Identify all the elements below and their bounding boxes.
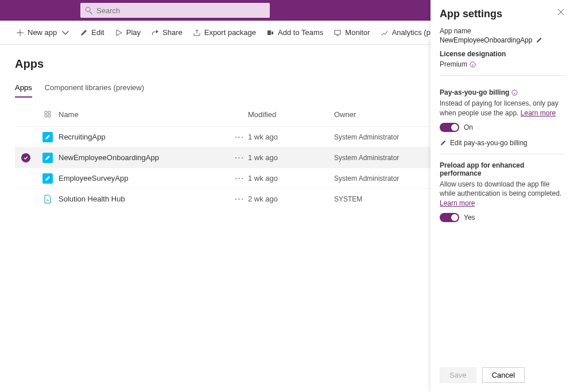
preload-toggle[interactable] [440, 213, 459, 222]
view-icon[interactable] [44, 110, 52, 118]
export-icon [193, 29, 201, 37]
edit-payg-button[interactable]: Edit pay-as-you-go billing [440, 139, 565, 147]
preload-title: Preload app for enhanced performance [440, 161, 565, 177]
tab-apps[interactable]: Apps [15, 83, 32, 98]
search-icon [85, 6, 93, 14]
add-to-teams-button[interactable]: Add to Teams [266, 28, 323, 37]
preload-desc: Allow users to download the app file whi… [440, 180, 565, 208]
col-owner[interactable]: Owner [334, 110, 432, 119]
export-package-button[interactable]: Export package [193, 28, 256, 37]
edit-button[interactable]: Edit [80, 28, 104, 37]
modified-cell: 1 wk ago [248, 174, 334, 183]
pencil-icon [80, 29, 88, 37]
app-name-cell: EmployeeSurveyApp [59, 174, 231, 183]
canvas-app-icon [42, 173, 53, 184]
share-button[interactable]: Share [151, 28, 183, 37]
plus-icon [16, 29, 24, 37]
analytics-icon [381, 29, 389, 37]
app-name-cell: Solution Health Hub [59, 195, 231, 203]
canvas-app-icon [42, 132, 53, 142]
payg-title: Pay-as-you-go billing [440, 88, 518, 96]
info-icon[interactable] [470, 61, 476, 68]
preload-toggle-label: Yes [464, 214, 475, 222]
owner-cell: System Administrator [334, 154, 432, 162]
payg-toggle[interactable] [440, 123, 459, 132]
save-button: Save [440, 367, 476, 383]
tab-component-libraries[interactable]: Component libraries (preview) [45, 83, 144, 98]
row-more-button[interactable]: ··· [231, 194, 248, 204]
selected-indicator [21, 153, 30, 162]
app-name-value: NewEmployeeOnboardingApp [440, 36, 532, 44]
payg-learn-more-link[interactable]: Learn more [521, 109, 556, 117]
close-icon [557, 8, 565, 16]
panel-close-button[interactable] [557, 8, 565, 18]
payg-toggle-label: On [464, 123, 473, 131]
search-input[interactable] [96, 6, 265, 15]
payg-desc: Instead of paying for licenses, only pay… [440, 99, 565, 118]
license-value: Premium [440, 60, 467, 68]
app-name-label: App name [440, 27, 565, 35]
modified-cell: 2 wk ago [248, 195, 334, 203]
new-app-button[interactable]: New app [16, 28, 69, 37]
owner-cell: System Administrator [334, 133, 432, 141]
pencil-icon[interactable] [536, 37, 542, 44]
canvas-app-icon [42, 153, 53, 163]
pencil-icon [440, 139, 447, 146]
owner-cell: System Administrator [334, 174, 432, 183]
license-label: License designation [440, 50, 565, 58]
model-app-icon [42, 194, 53, 204]
monitor-button[interactable]: Monitor [333, 28, 370, 37]
monitor-icon [333, 29, 342, 37]
col-modified[interactable]: Modified [248, 110, 334, 119]
owner-cell: SYSTEM [334, 195, 432, 203]
app-name-cell: RecruitingApp [59, 133, 231, 141]
share-icon [151, 29, 159, 37]
play-icon [115, 29, 123, 37]
panel-title: App settings [440, 8, 502, 20]
info-icon[interactable] [511, 90, 518, 96]
row-more-button[interactable]: ··· [231, 153, 248, 163]
preload-learn-more-link[interactable]: Learn more [440, 199, 475, 207]
col-name[interactable]: Name [59, 110, 231, 119]
row-more-button[interactable]: ··· [231, 173, 248, 184]
cancel-button[interactable]: Cancel [482, 367, 525, 383]
app-name-cell: NewEmployeeOnboardingApp [59, 153, 231, 162]
modified-cell: 1 wk ago [248, 133, 334, 141]
chevron-down-icon [61, 29, 69, 37]
modified-cell: 1 wk ago [248, 153, 334, 162]
app-settings-panel: App settings App name NewEmployeeOnboard… [430, 0, 574, 392]
row-more-button[interactable]: ··· [231, 132, 248, 142]
search-box[interactable] [80, 3, 270, 18]
teams-icon [266, 29, 274, 37]
play-button[interactable]: Play [115, 28, 141, 37]
